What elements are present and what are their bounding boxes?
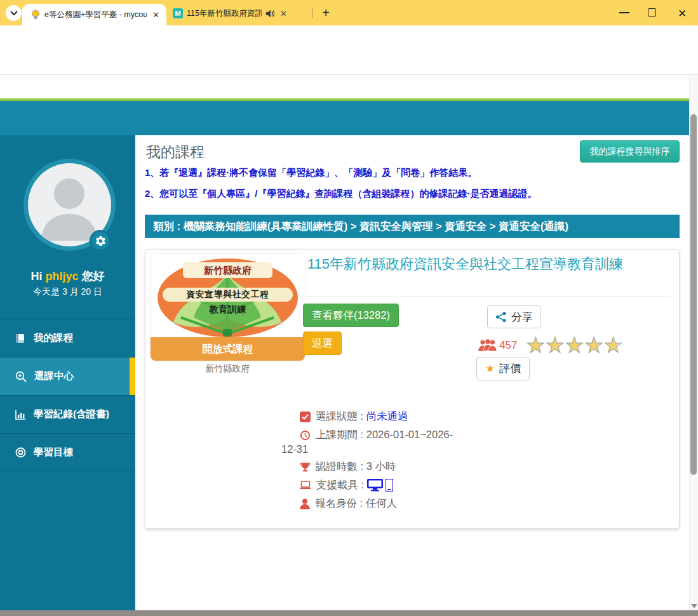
- page-scrollbar-thumb[interactable]: [690, 114, 697, 475]
- chevron-down-icon: [10, 11, 18, 16]
- note-line: 1、若『退選』課程·將不會保留「學習紀錄」、「測驗」及「問卷」作答結果。: [145, 167, 678, 179]
- category-breadcrumb: 類別 : 機關業務知能訓練(具專業訓練性質) > 資訊安全與管理 > 資通安全 …: [145, 215, 680, 238]
- thumb-line2: 教育訓練: [151, 304, 305, 316]
- attendees-rating-row: 457 ★★ ★★ ★★ ★★ ★★: [478, 335, 623, 356]
- sidebar-item-label: 學習目標: [34, 446, 73, 459]
- withdraw-button[interactable]: 退選: [303, 331, 342, 355]
- tab-audio-icon[interactable]: [265, 10, 274, 18]
- browser-window: e等公務園+學習平臺 - mycour ✕ M 115年新竹縣政府資訊安全與 ✕…: [0, 0, 698, 616]
- sidebar-date: 今天是 3 月 20 日: [0, 286, 135, 298]
- star-icon: ★★: [604, 335, 623, 356]
- tab-close-icon[interactable]: ✕: [151, 10, 161, 20]
- note-line: 2、您可以至『個人專區』/『學習紀錄』查詢課程（含組裝課程）的修課記錄·是否通過…: [145, 188, 678, 200]
- period-value-line2: 12-31: [281, 443, 308, 455]
- checkbox-icon: [300, 412, 311, 422]
- share-label: 分享: [511, 310, 533, 325]
- share-button[interactable]: 分享: [487, 305, 541, 328]
- detail-row-status: 選課狀態 : 尚未通過: [281, 410, 469, 424]
- course-title[interactable]: 115年新竹縣政府資訊安全與社交工程宣導教育訓練: [307, 255, 668, 274]
- rate-button[interactable]: ★ 評價: [476, 357, 530, 380]
- new-tab-button[interactable]: +: [319, 6, 333, 20]
- star-icon: ★★: [584, 335, 603, 356]
- attendee-count: 457: [499, 339, 517, 352]
- thumb-line1: 資安宣導與社交工程: [163, 288, 293, 302]
- people-icon: [478, 338, 497, 352]
- page-top-remnant: [0, 75, 698, 98]
- thumb-org-label: 新竹縣政府: [183, 262, 272, 278]
- thumb-footer-label: 開放式課程: [151, 337, 305, 361]
- supported-devices: [367, 479, 393, 492]
- rate-label: 評價: [499, 361, 521, 376]
- site-favicon-bulb-icon: [30, 10, 41, 20]
- detail-row-period: 上課期間 : 2026-01-01~2026-: [281, 428, 469, 442]
- sidebar: Hi phljyc 您好 今天是 3 月 20 日 我的課程 選課中心 學習紀錄…: [0, 135, 135, 610]
- laptop-icon: [300, 481, 311, 490]
- trophy-icon: [300, 462, 311, 472]
- sidebar-item-label: 我的課程: [34, 331, 73, 345]
- tab-strip: e等公務園+學習平臺 - mycour ✕ M 115年新竹縣政府資訊安全與 ✕…: [0, 0, 698, 25]
- browser-toolbar: ← → elearn.hrd.gov.tw/mooc/user/mycourse…: [0, 25, 698, 54]
- window-maximize-button[interactable]: [648, 8, 656, 17]
- taskbar-edge: [0, 610, 698, 616]
- sidebar-item-my-courses[interactable]: 我的課程: [0, 319, 135, 357]
- star-icon: ★★: [565, 335, 584, 356]
- sidebar-item-label: 選課中心: [34, 370, 74, 383]
- window-close-button[interactable]: ✕: [678, 7, 687, 20]
- tab-title: 115年新竹縣政府資訊安全與: [187, 8, 262, 19]
- tab-search-button[interactable]: [6, 5, 22, 21]
- bookmarks-bar: 建議的網站 新竹市光復高級中學 登入 -智慧校園平台... nPUB整合數位雲端…: [0, 54, 698, 75]
- user-bar: phljyc 平台識別碼：phljyc0725 LV.2 147 個人專區 登出: [0, 101, 689, 135]
- window-minimize-button[interactable]: [619, 12, 629, 13]
- detail-row-period-wrap: 12-31: [281, 443, 469, 455]
- sidebar-item-course-center[interactable]: 選課中心: [0, 357, 135, 395]
- course-thumbnail[interactable]: 新竹縣政府 資安宣導與社交工程 教育訓練 開放式課程: [151, 254, 305, 361]
- sidebar-greeting: Hi phljyc 您好: [0, 269, 135, 284]
- active-indicator: [130, 358, 135, 395]
- page-title: 我的課程: [146, 142, 205, 162]
- period-value: 2026-01-01~2026-: [366, 429, 453, 440]
- star-icon: ★★: [546, 335, 565, 356]
- course-details: 選課狀態 : 尚未通過 上課期間 : 2026-01-01~2026- 12-3…: [281, 410, 469, 515]
- course-provider: 新竹縣政府: [151, 363, 305, 375]
- status-value[interactable]: 尚未通過: [366, 410, 408, 422]
- course-search-sort-button[interactable]: 我的課程搜尋與排序: [580, 140, 680, 163]
- avatar-settings-button[interactable]: [90, 230, 111, 251]
- desktop-icon: [367, 479, 383, 492]
- star-icon: ★★: [526, 335, 545, 356]
- tab-divider: [312, 8, 313, 18]
- course-thumbnail-image: 新竹縣政府 資安宣導與社交工程 教育訓練 開放式課程: [151, 254, 305, 337]
- view-partners-button[interactable]: 查看夥伴(13282): [303, 304, 399, 327]
- detail-row-hours: 認證時數 : 3 小時: [281, 460, 469, 474]
- sidebar-item-learning-records[interactable]: 學習紀錄(含證書): [0, 395, 135, 433]
- sidebar-item-learning-goals[interactable]: 學習目標: [0, 433, 135, 471]
- tab-favicon-m: M: [173, 8, 183, 18]
- bullseye-icon: [15, 447, 26, 458]
- tab-close-icon[interactable]: ✕: [278, 8, 289, 19]
- tab-inactive[interactable]: M 115年新竹縣政府資訊安全與 ✕: [170, 4, 310, 23]
- detail-row-devices: 支援載具 :: [281, 478, 469, 492]
- sidebar-menu: 我的課程 選課中心 學習紀錄(含證書) 學習目標: [0, 319, 135, 471]
- detail-row-identity: 報名身份 : 任何人: [281, 497, 469, 511]
- search-plus-icon: [15, 371, 27, 382]
- hours-value: 3 小時: [366, 460, 396, 472]
- title-divider: [305, 296, 670, 297]
- book-icon: [15, 333, 26, 344]
- tab-active[interactable]: e等公務園+學習平臺 - mycour ✕: [22, 4, 166, 25]
- bar-chart-icon: [15, 410, 26, 420]
- tab-title: e等公務園+學習平臺 - mycour: [44, 10, 147, 20]
- person-icon: [300, 499, 310, 509]
- gear-icon: [95, 235, 107, 247]
- sidebar-item-label: 學習紀錄(含證書): [34, 408, 109, 421]
- star-icon: ★: [485, 362, 495, 375]
- identity-value: 任何人: [366, 497, 398, 509]
- share-icon: [495, 311, 507, 323]
- phone-icon: [386, 479, 393, 492]
- rating-stars[interactable]: ★★ ★★ ★★ ★★ ★★: [526, 335, 623, 356]
- scrollbar-down-arrow-icon[interactable]: [691, 604, 697, 608]
- clock-icon: [300, 430, 311, 441]
